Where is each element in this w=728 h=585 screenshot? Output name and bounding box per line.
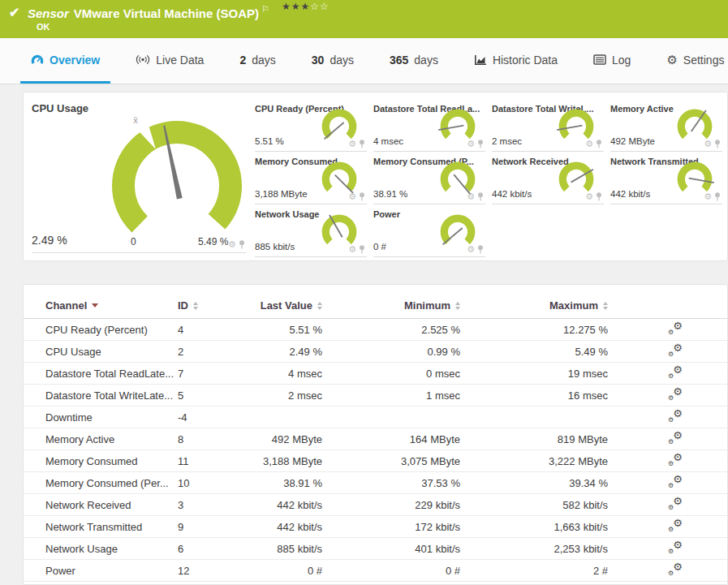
gear-icon: ⚙ (666, 54, 677, 66)
pin-icon[interactable] (477, 192, 484, 201)
column-header-last-value[interactable]: Last Value (243, 296, 322, 319)
pin-icon[interactable] (714, 140, 721, 148)
flag-icon[interactable]: ⚐ (261, 4, 269, 14)
channel-settings-icon[interactable]: ⚙⚙ (668, 541, 683, 554)
channel-settings-icon[interactable]: ⚙⚙ (668, 388, 683, 401)
tab-label: Settings (683, 54, 725, 67)
last-value-cell: 38.91 % (243, 472, 322, 494)
channel-name-cell: Network Received (24, 494, 178, 516)
tab-label: days (330, 54, 354, 67)
table-row: Power 12 0 # 0 # 2 # ⚙⚙ (24, 560, 728, 582)
gauge-actions: ⚙ (467, 245, 484, 254)
channels-table-panel: Channel ID Last Value Minimum Maximum CP… (23, 284, 728, 585)
pin-icon[interactable] (596, 192, 602, 201)
sort-icon (193, 302, 198, 310)
gauge-cell-memory-active: Memory Active 492 MByte ⚙ (610, 102, 722, 152)
channel-settings-icon[interactable]: ⚙⚙ (668, 563, 683, 576)
channel-settings-icon[interactable]: ⚙⚙ (668, 475, 683, 488)
minimum-cell (322, 406, 460, 428)
gear-icon[interactable]: ⚙ (348, 192, 356, 201)
gauge-value: 2 msec (492, 136, 522, 146)
tab-log[interactable]: Log (583, 38, 641, 84)
broadcast-icon (136, 54, 150, 65)
maximum-cell: 5.49 % (460, 341, 608, 363)
channel-settings-icon[interactable]: ⚙⚙ (668, 410, 683, 423)
sort-icon (603, 302, 608, 310)
channel-name-cell: Network Usage (24, 538, 178, 560)
gauge-actions: ⚙ (348, 245, 365, 254)
table-row: Memory Consumed (Per... 10 38.91 % 37.53… (24, 472, 728, 494)
pin-icon[interactable] (239, 240, 245, 249)
gear-icon[interactable]: ⚙ (228, 240, 236, 249)
last-value-cell: 5.51 % (243, 319, 322, 341)
gear-icon[interactable]: ⚙ (467, 192, 475, 201)
tab-settings[interactable]: ⚙ Settings (656, 38, 728, 84)
channel-settings-icon[interactable]: ⚙⚙ (668, 432, 683, 445)
priority-rating[interactable]: ★★★☆☆ (282, 1, 330, 12)
channel-settings-icon[interactable]: ⚙⚙ (668, 366, 683, 379)
id-cell: 10 (178, 472, 243, 494)
maximum-cell: 3,222 MByte (460, 450, 608, 472)
gauge-cell-memory-consumed-percent: Memory Consumed (P... 38.91 % ⚙ (373, 155, 485, 204)
tab-live-data[interactable]: Live Data (125, 38, 214, 84)
table-row: Network Usage 6 885 kbit/s 401 kbit/s 2,… (24, 538, 728, 560)
column-header-actions (608, 296, 728, 319)
minimum-cell: 3,075 MByte (322, 450, 460, 472)
gear-icon[interactable]: ⚙ (348, 245, 356, 254)
column-header-channel[interactable]: Channel (24, 296, 178, 319)
tab-historic-data[interactable]: Historic Data (463, 38, 568, 84)
tab-number: 2 (239, 54, 246, 67)
divider (32, 252, 246, 253)
pin-icon[interactable] (359, 245, 365, 254)
gauge-cell-network-usage: Network Usage 885 kbit/s ⚙ (255, 208, 367, 257)
table-row: Downtime -4 ⚙⚙ (24, 406, 728, 428)
gauge-value: 3,188 MByte (255, 189, 308, 199)
gauge-cell-datastore-write: Datastore Total WriteL... 2 msec ⚙ (492, 102, 604, 152)
minimum-cell: 2.525 % (322, 319, 460, 341)
gear-icon[interactable]: ⚙ (585, 192, 593, 201)
channel-name-cell: Memory Consumed (24, 450, 178, 472)
gear-icon[interactable]: ⚙ (585, 140, 593, 148)
gear-icon[interactable]: ⚙ (467, 140, 475, 148)
pin-icon[interactable] (714, 192, 721, 201)
channel-settings-icon[interactable]: ⚙⚙ (668, 497, 683, 510)
table-row: Datastore Total WriteLate... 5 2 msec 1 … (24, 385, 728, 406)
last-value-cell: 2 msec (243, 385, 322, 406)
id-cell: 8 (178, 428, 243, 450)
pin-icon[interactable] (359, 192, 365, 201)
channel-settings-icon[interactable]: ⚙⚙ (668, 519, 683, 532)
tab-365-days[interactable]: 365 days (379, 38, 449, 84)
gear-icon[interactable]: ⚙ (348, 140, 356, 148)
gauge-actions: ⚙ (348, 140, 365, 148)
pin-icon[interactable] (477, 140, 484, 148)
gauge-cell-memory-consumed: Memory Consumed 3,188 MByte ⚙ (255, 155, 367, 204)
big-gauge-min-label: 0 (131, 236, 136, 247)
column-header-maximum[interactable]: Maximum (460, 296, 608, 319)
channel-settings-icon[interactable]: ⚙⚙ (668, 454, 683, 467)
pin-icon[interactable] (596, 140, 602, 148)
tab-number: 365 (390, 54, 408, 67)
gauge-value: 4 msec (373, 136, 403, 146)
gear-icon[interactable]: ⚙ (704, 192, 712, 201)
pin-icon[interactable] (477, 245, 484, 254)
table-row: Memory Active 8 492 MByte 164 MByte 819 … (24, 428, 728, 450)
gear-icon[interactable]: ⚙ (467, 245, 475, 254)
tab-overview[interactable]: Overview (20, 38, 110, 84)
gauge-cell-network-transmitted: Network Transmitted 442 kbit/s ⚙ (610, 155, 722, 204)
star-empty-icons[interactable]: ☆☆ (310, 1, 330, 12)
page-title: SensorVMware Virtual Machine (SOAP)⚐ (28, 4, 269, 20)
pin-icon[interactable] (359, 140, 365, 148)
gear-icon[interactable]: ⚙ (704, 140, 712, 148)
tab-30-days[interactable]: 30 days (301, 38, 364, 84)
column-header-id[interactable]: ID (178, 296, 243, 319)
gauge-actions: ⚙ (467, 192, 484, 201)
last-value-cell: 492 MByte (243, 428, 322, 450)
channel-settings-icon[interactable]: ⚙⚙ (668, 344, 683, 357)
star-filled-icons[interactable]: ★★★ (282, 1, 310, 12)
id-cell: 9 (178, 516, 243, 538)
channel-name-cell: Network Transmitted (24, 516, 178, 538)
column-header-minimum[interactable]: Minimum (322, 296, 460, 319)
last-value-cell: 3,188 MByte (243, 450, 322, 472)
tab-2-days[interactable]: 2 days (229, 38, 286, 84)
channel-settings-icon[interactable]: ⚙⚙ (668, 322, 683, 335)
